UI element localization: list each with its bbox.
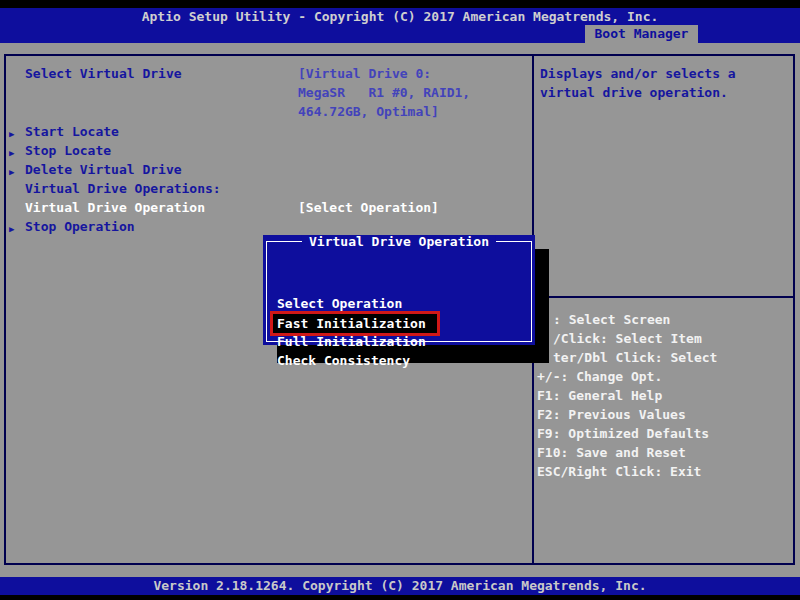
select-virtual-drive-value-line2: MegaSR R1 #0, RAID1,	[298, 85, 470, 100]
version-text: Version 2.18.1264. Copyright (C) 2017 Am…	[153, 578, 646, 593]
virtual-drive-operation-popup: Virtual Drive Operation Select Operation…	[263, 235, 535, 345]
tab-boot-manager[interactable]: Boot Manager	[585, 25, 698, 43]
hotkey-f10-save: F10: Save and Reset	[537, 445, 686, 460]
select-virtual-drive-value-line3: 464.72GB, Optimal]	[298, 104, 439, 119]
menu-item-virtual-drive-operation[interactable]: Virtual Drive Operation	[25, 200, 205, 215]
submenu-arrow-icon: ▶	[9, 165, 14, 180]
hotkey-change-opt: +/-: Change Opt.	[537, 369, 662, 384]
help-description-line1: Displays and/or selects a	[540, 66, 736, 81]
footer-bar: Version 2.18.1264. Copyright (C) 2017 Am…	[0, 577, 800, 595]
hotkey-select-screen: : Select Screen	[553, 312, 670, 327]
popup-option-select-operation[interactable]: Select Operation	[277, 296, 402, 311]
tab-label: Boot Manager	[595, 26, 689, 41]
main-area: Select Virtual Drive [Virtual Drive 0: M…	[0, 43, 800, 577]
submenu-arrow-icon: ▶	[9, 127, 14, 142]
menu-item-stop-operation[interactable]: Stop Operation	[25, 219, 135, 234]
menu-item-stop-locate[interactable]: Stop Locate	[25, 143, 111, 158]
popup-option-fast-initialization[interactable]: Fast Initialization	[273, 314, 437, 333]
menu-item-start-locate[interactable]: Start Locate	[25, 124, 119, 139]
submenu-arrow-icon: ▶	[9, 146, 14, 161]
menu-item-delete-virtual-drive[interactable]: Delete Virtual Drive	[25, 162, 182, 177]
menu-item-select-virtual-drive[interactable]: Select Virtual Drive	[25, 66, 182, 81]
help-description-line2: virtual drive operation.	[540, 85, 728, 100]
hotkey-esc-exit: ESC/Right Click: Exit	[537, 464, 701, 479]
title-bar: Aptio Setup Utility - Copyright (C) 2017…	[0, 8, 800, 25]
popup-option-full-initialization[interactable]: Full Initialization	[277, 334, 426, 349]
tab-row: Boot Manager	[0, 25, 800, 43]
hotkey-f2-previous: F2: Previous Values	[537, 407, 686, 422]
hotkey-select-item: /Click: Select Item	[553, 331, 702, 346]
hotkey-enter-select: ter/Dbl Click: Select	[553, 350, 717, 365]
bios-screen: Aptio Setup Utility - Copyright (C) 2017…	[0, 0, 800, 600]
popup-option-check-consistency[interactable]: Check Consistency	[277, 353, 410, 368]
hotkey-f9-defaults: F9: Optimized Defaults	[537, 426, 709, 441]
popup-title: Virtual Drive Operation	[302, 235, 496, 249]
select-virtual-drive-value-line1: [Virtual Drive 0:	[298, 66, 431, 81]
virtual-drive-operation-value: [Select Operation]	[298, 200, 439, 215]
help-divider	[534, 296, 793, 298]
submenu-arrow-icon: ▶	[9, 222, 14, 237]
section-header-virtual-drive-operations: Virtual Drive Operations:	[25, 181, 221, 196]
app-title: Aptio Setup Utility - Copyright (C) 2017…	[142, 9, 659, 24]
hotkey-f1-help: F1: General Help	[537, 388, 662, 403]
